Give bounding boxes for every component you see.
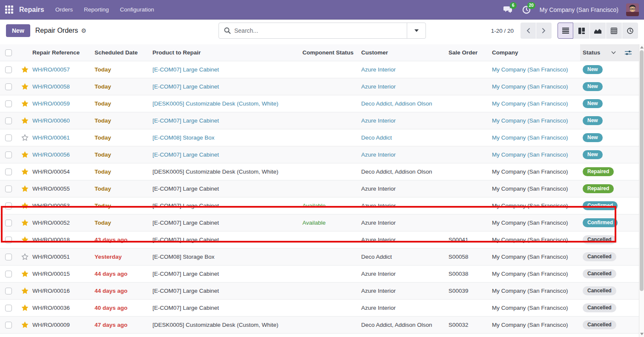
table-row[interactable]: WH/RO/00059 Today [DESK0005] Customizabl… xyxy=(0,95,639,112)
cell-repair-reference[interactable]: WH/RO/00018 xyxy=(32,237,95,243)
cell-product[interactable]: [E-COM07] Large Cabinet xyxy=(152,83,301,90)
apps-grid-icon[interactable] xyxy=(5,6,13,14)
column-header-customer[interactable]: Customer xyxy=(361,49,448,56)
row-checkbox[interactable] xyxy=(5,83,12,90)
table-row[interactable]: WH/RO/00036 40 days ago [E-COM07] Large … xyxy=(0,300,639,317)
column-header-product[interactable]: Product to Repair xyxy=(152,49,301,56)
table-row[interactable]: WH/RO/00058 Today [E-COM07] Large Cabine… xyxy=(0,78,639,95)
row-checkbox[interactable] xyxy=(5,237,12,243)
kanban-view-button[interactable] xyxy=(574,23,589,39)
favorite-star-icon[interactable] xyxy=(17,287,32,294)
row-checkbox[interactable] xyxy=(5,271,12,277)
table-row[interactable]: WH/RO/00016 44 days ago [E-COM07] Large … xyxy=(0,283,639,300)
favorite-star-icon[interactable] xyxy=(17,202,32,209)
cell-scheduled-date[interactable]: Today xyxy=(95,220,152,226)
cell-repair-reference[interactable]: WH/RO/00052 xyxy=(32,220,95,226)
messages-icon[interactable]: 6 xyxy=(502,5,513,15)
column-header-component-status[interactable]: Component Status xyxy=(301,49,361,56)
table-row[interactable]: WH/RO/00052 Today [E-COM07] Large Cabine… xyxy=(0,214,639,231)
cell-sale-order[interactable]: S00032 xyxy=(448,322,492,328)
cell-sale-order[interactable]: S00058 xyxy=(448,254,492,260)
graph-view-button[interactable] xyxy=(590,23,606,39)
row-checkbox[interactable] xyxy=(5,254,12,260)
cell-company[interactable]: My Company (San Francisco) xyxy=(492,254,580,260)
cell-customer[interactable]: Azure Interior xyxy=(361,305,448,311)
cell-scheduled-date[interactable]: Today xyxy=(95,186,152,192)
table-row[interactable]: WH/RO/00015 44 days ago [E-COM07] Large … xyxy=(0,266,639,283)
cell-sale-order[interactable]: S00039 xyxy=(448,288,492,294)
favorite-star-icon[interactable] xyxy=(17,304,32,311)
favorite-star-icon[interactable] xyxy=(17,134,32,141)
cell-customer[interactable]: Azure Interior xyxy=(361,151,448,158)
cell-scheduled-date[interactable]: Yesterday xyxy=(95,254,152,260)
cell-customer[interactable]: Azure Interior xyxy=(361,66,448,73)
cell-product[interactable]: [E-COM07] Large Cabinet xyxy=(152,305,301,311)
pager-previous-button[interactable] xyxy=(520,23,536,39)
cell-company[interactable]: My Company (San Francisco) xyxy=(492,186,580,192)
cell-scheduled-date[interactable]: 43 days ago xyxy=(95,237,152,243)
cell-customer[interactable]: Azure Interior xyxy=(361,288,448,294)
cell-customer[interactable]: Azure Interior xyxy=(361,83,448,90)
cell-product[interactable]: [DESK0005] Customizable Desk (Custom, Wh… xyxy=(152,322,301,328)
scrollbar-thumb[interactable] xyxy=(640,50,644,291)
cell-repair-reference[interactable]: WH/RO/00009 xyxy=(32,322,95,328)
favorite-star-icon[interactable] xyxy=(17,66,32,73)
cell-company[interactable]: My Company (San Francisco) xyxy=(492,66,580,73)
cell-product[interactable]: [E-COM07] Large Cabinet xyxy=(152,151,301,158)
row-checkbox[interactable] xyxy=(5,322,12,328)
column-header-scheduled-date[interactable]: Scheduled Date xyxy=(95,49,152,56)
column-header-company[interactable]: Company xyxy=(492,49,580,56)
table-row[interactable]: WH/RO/00061 Today [E-COM08] Storage Box … xyxy=(0,129,639,146)
cell-customer[interactable]: Deco Addict, Addison Olson xyxy=(361,322,448,328)
favorite-star-icon[interactable] xyxy=(17,219,32,226)
cell-product[interactable]: [E-COM07] Large Cabinet xyxy=(152,117,301,124)
cell-customer[interactable]: Azure Interior xyxy=(361,237,448,243)
table-row[interactable]: WH/RO/00051 Yesterday [E-COM08] Storage … xyxy=(0,248,639,266)
favorite-star-icon[interactable] xyxy=(17,168,32,175)
cell-product[interactable]: [DESK0005] Customizable Desk (Custom, Wh… xyxy=(152,100,301,107)
cell-customer[interactable]: Deco Addict, Addison Olson xyxy=(361,100,448,107)
cell-scheduled-date[interactable]: Today xyxy=(95,117,152,124)
table-row[interactable]: WH/RO/00060 Today [E-COM07] Large Cabine… xyxy=(0,112,639,129)
cell-product[interactable]: [E-COM08] Storage Box xyxy=(152,134,301,141)
row-checkbox[interactable] xyxy=(5,203,12,209)
cell-product[interactable]: [E-COM07] Large Cabinet xyxy=(152,288,301,294)
cell-customer[interactable]: Azure Interior xyxy=(361,271,448,277)
cell-product[interactable]: [E-COM07] Large Cabinet xyxy=(152,237,301,243)
search-dropdown-toggle[interactable] xyxy=(407,23,426,38)
cell-scheduled-date[interactable]: Today xyxy=(95,134,152,141)
view-settings-gear-icon[interactable]: ⚙ xyxy=(81,27,86,34)
activity-view-button[interactable] xyxy=(622,23,638,39)
cell-product[interactable]: [E-COM07] Large Cabinet xyxy=(152,220,301,226)
cell-product[interactable]: [E-COM07] Large Cabinet xyxy=(152,186,301,192)
favorite-star-icon[interactable] xyxy=(17,270,32,277)
cell-company[interactable]: My Company (San Francisco) xyxy=(492,322,580,328)
cell-repair-reference[interactable]: WH/RO/00059 xyxy=(32,100,95,107)
cell-product[interactable]: [E-COM07] Large Cabinet xyxy=(152,271,301,277)
row-checkbox[interactable] xyxy=(5,288,12,294)
cell-repair-reference[interactable]: WH/RO/00058 xyxy=(32,83,95,90)
cell-company[interactable]: My Company (San Francisco) xyxy=(492,237,580,243)
cell-company[interactable]: My Company (San Francisco) xyxy=(492,203,580,209)
cell-customer[interactable]: Deco Addict xyxy=(361,254,448,260)
favorite-star-icon[interactable] xyxy=(17,117,32,124)
row-checkbox[interactable] xyxy=(5,186,12,192)
cell-repair-reference[interactable]: WH/RO/00053 xyxy=(32,203,95,209)
favorite-star-icon[interactable] xyxy=(17,253,32,260)
menu-orders[interactable]: Orders xyxy=(55,6,73,13)
favorite-star-icon[interactable] xyxy=(17,151,32,158)
cell-repair-reference[interactable]: WH/RO/00057 xyxy=(32,66,95,73)
row-checkbox[interactable] xyxy=(5,117,12,124)
list-view-button[interactable] xyxy=(558,23,573,39)
cell-company[interactable]: My Company (San Francisco) xyxy=(492,100,580,107)
table-row[interactable]: WH/RO/00057 Today [E-COM07] Large Cabine… xyxy=(0,61,639,78)
table-row[interactable]: WH/RO/00056 Today [E-COM07] Large Cabine… xyxy=(0,146,639,163)
favorite-star-icon[interactable] xyxy=(17,100,32,107)
pivot-view-button[interactable] xyxy=(606,23,622,39)
cell-product[interactable]: [E-COM07] Large Cabinet xyxy=(152,203,301,209)
cell-scheduled-date[interactable]: 44 days ago xyxy=(95,288,152,294)
favorite-star-icon[interactable] xyxy=(17,83,32,90)
cell-scheduled-date[interactable]: Today xyxy=(95,151,152,158)
scroll-up-arrow[interactable] xyxy=(640,46,644,49)
cell-repair-reference[interactable]: WH/RO/00016 xyxy=(32,288,95,294)
